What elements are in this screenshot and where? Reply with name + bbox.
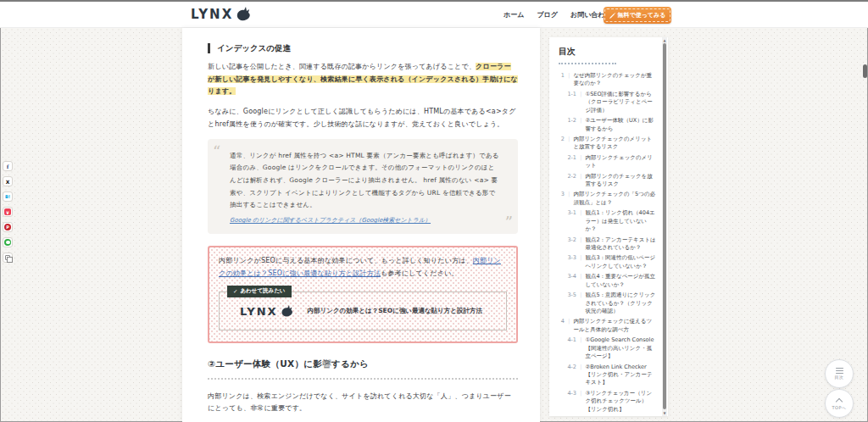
toc-item[interactable]: 1-1｜①SEO評価に影響するから（クローラビリティとページ評価） — [566, 91, 656, 114]
hatena-share-button[interactable]: B! — [3, 192, 13, 202]
pocket-icon: ∨ — [4, 208, 11, 215]
open-quote-icon: “ — [213, 144, 220, 159]
lynx-head-icon — [280, 305, 294, 318]
toc-item[interactable]: 4｜内部リンクチェックに使えるツールと具体的な調べ方 — [559, 318, 656, 334]
line-share-button[interactable] — [3, 237, 13, 247]
heading-index-promotion: インデックスの促進 — [208, 43, 518, 53]
x-share-button[interactable]: X — [3, 176, 13, 186]
pinterest-icon: P — [4, 224, 11, 230]
toc-scrollbar[interactable]: ▲ ▼ — [662, 37, 667, 416]
paragraph-ux: 内部リンクは、検索エンジンだけでなく、サイトを訪れてくれる大切な「人」、つまりユ… — [208, 391, 518, 416]
toc-panel: 目次 1｜なぜ内部リンクのチェックが重要なのか？1-1｜①SEO評価に影響するか… — [549, 37, 668, 416]
line-icon — [4, 239, 11, 246]
toc-item[interactable]: 3-4｜観点4：重要なページが孤立していないか？ — [566, 273, 656, 289]
window-scrollbar-thumb[interactable] — [863, 64, 867, 78]
pocket-share-button[interactable]: ∨ — [3, 207, 13, 217]
article-content: インデックスの促進 新しい記事を公開したとき、関連する既存の記事からリンクを張っ… — [182, 28, 540, 422]
facebook-icon: f — [7, 164, 9, 169]
related-intro: 内部リンクがSEOに与える基本的な効果について、もっと詳しく知りたい方は、内部リ… — [219, 255, 507, 280]
related-post-box: 内部リンクがSEOに与える基本的な効果について、もっと詳しく知りたい方は、内部リ… — [208, 246, 518, 343]
floating-toc-button[interactable]: 目次 — [825, 359, 854, 388]
close-quote-icon: ” — [505, 215, 513, 230]
lynx-head-icon — [235, 7, 252, 22]
facebook-share-button[interactable]: f — [3, 161, 13, 171]
copy-link-button[interactable] — [3, 253, 13, 263]
paragraph-google-tag: ちなみに、Googleにリンクとして正しく認識してもらうためには、HTMLの基本… — [208, 106, 518, 131]
toc-item[interactable]: 1｜なぜ内部リンクのチェックが重要なのか？ — [559, 72, 656, 88]
list-icon — [836, 368, 843, 375]
toc-item[interactable]: 2-2｜内部リンクのチェックを放置するリスク — [566, 173, 656, 189]
toc-title: 目次 — [559, 46, 616, 64]
toc-scrollbar-thumb[interactable] — [663, 43, 666, 409]
toc-item[interactable]: 3-3｜観点3：関連性の低いページへリンクしていないか？ — [566, 254, 656, 270]
blogcard-title: 内部リンクの効果とは？SEOに強い最適な貼り方と設計方法 — [308, 306, 482, 315]
scroll-up-icon[interactable]: ▲ — [662, 38, 667, 42]
toc-item[interactable]: 4-1｜①Google Search Console【関連性の高いリンク・孤立ペ… — [566, 336, 656, 360]
toc-item[interactable]: 4-2｜②Broken Link Checker【リンク切れ・アンカーテキスト】 — [566, 364, 656, 387]
blogcard-logo: LYNX — [240, 305, 294, 318]
x-twitter-icon: X — [6, 179, 10, 185]
nav-blog[interactable]: ブログ — [537, 10, 558, 19]
back-to-top-button[interactable]: TOPへ — [825, 389, 854, 418]
site-header: LYNX ホーム ブログ お問い合わせ 無料で使ってみる — [0, 2, 868, 28]
toc-item[interactable]: 2-1｜内部リンクチェックのメリット — [566, 154, 656, 170]
scroll-down-icon[interactable]: ▼ — [662, 411, 667, 415]
related-badge: ✓あわせて読みたい — [227, 286, 292, 297]
toc-item[interactable]: 3｜内部リンクチェックの「5つの必須観点」とは？ — [559, 191, 656, 207]
related-blogcard[interactable]: ✓あわせて読みたい LYNX 内部リンクの効果とは？SEOに強い最適な貼り方と設… — [219, 292, 507, 330]
toc-list: 1｜なぜ内部リンクのチェックが重要なのか？1-1｜①SEO評価に影響するから（ク… — [559, 72, 656, 416]
chevron-up-icon — [836, 398, 843, 405]
toc-item[interactable]: 2｜内部リンクチェックのメリットと放置するリスク — [559, 136, 656, 152]
free-trial-button[interactable]: 無料で使ってみる — [604, 7, 671, 24]
site-logo[interactable]: LYNX — [191, 7, 252, 22]
blockquote-google: “ 通常、リンクが href 属性を持つ <a> HTML 要素（アンカー要素と… — [208, 139, 518, 234]
pinterest-share-button[interactable]: P — [3, 222, 13, 232]
toc-item[interactable]: 3-1｜観点1：リンク切れ（404エラー）は発生していないか？ — [566, 209, 656, 233]
quote-cite-link[interactable]: Google のリンクに関するベストプラクティス（Google検索セントラル） — [230, 217, 431, 224]
heading-ux: ②ユーザー体験（UX）に影響するから — [208, 358, 518, 380]
hatena-icon: B! — [5, 194, 10, 199]
pen-icon — [609, 13, 615, 19]
toc-item[interactable]: 3-2｜観点2：アンカーテキストは最適化されているか？ — [566, 236, 656, 253]
toc-item[interactable]: 4-3｜③リンクチェッカー（リンク切れチェックツール）【リンク切れ】 — [566, 390, 656, 414]
quote-text: 通常、リンクが href 属性を持つ <a> HTML 要素（アンカー要素とも呼… — [230, 150, 501, 212]
toc-item[interactable]: 3-5｜観点5：意図通りにクリックされているか？（クリック状況の確認） — [566, 292, 656, 315]
cta-label: 無料で使ってみる — [618, 11, 666, 19]
copy-icon — [5, 255, 10, 260]
toc-item[interactable]: 1-2｜②ユーザー体験（UX）に影響するから — [566, 117, 656, 133]
paragraph-index: 新しい記事を公開したとき、関連する既存の記事からリンクを張ってあげることで、クロ… — [208, 61, 518, 98]
share-bar: f X B! ∨ P — [3, 161, 14, 263]
logo-text: LYNX — [191, 7, 233, 22]
nav-home[interactable]: ホーム — [504, 10, 524, 19]
main-nav: ホーム ブログ お問い合わせ — [504, 2, 612, 28]
